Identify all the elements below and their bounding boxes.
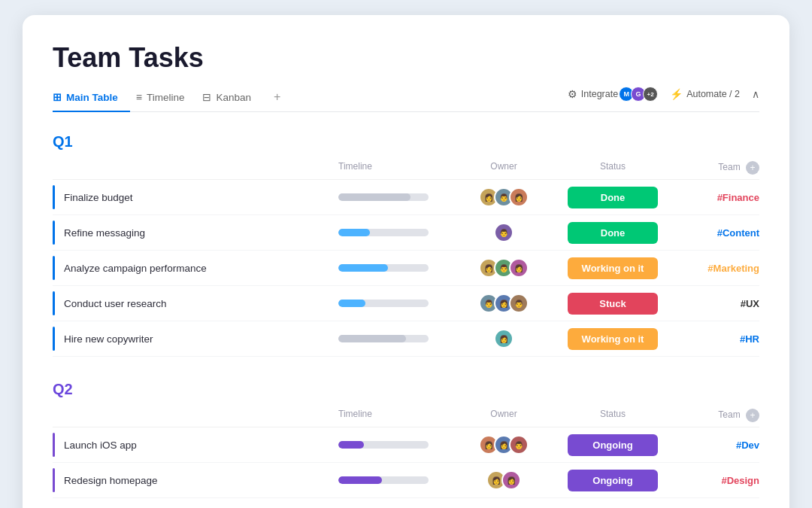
tab-kanban[interactable]: ⊟ Kanban — [202, 85, 263, 112]
q1-col-owner: Owner — [459, 161, 549, 175]
status-badge[interactable]: Stuck — [568, 293, 658, 315]
timeline-cell — [338, 300, 459, 307]
q1-col-status: Status — [549, 161, 677, 175]
page-title: Team Tasks — [53, 42, 759, 74]
tab-kanban-label: Kanban — [216, 92, 251, 103]
team-cell: #HR — [677, 333, 759, 345]
timeline-icon: ≡ — [136, 91, 142, 103]
table-row: Hire new copywriter 👩 Working on it #HR — [53, 321, 759, 357]
timeline-cell — [338, 264, 459, 272]
tab-timeline[interactable]: ≡ Timeline — [136, 85, 197, 112]
timeline-fill — [338, 335, 406, 342]
status-badge[interactable]: Working on it — [568, 328, 658, 350]
status-cell[interactable]: Ongoing — [549, 470, 677, 491]
table-row: Launch iOS app 👩 👩 👨 Ongoing #Dev — [53, 427, 759, 463]
timeline-cell — [338, 476, 459, 484]
table-row: Redesign homepage 👩 👩 Ongoing #Design — [53, 463, 759, 498]
task-bar — [53, 433, 55, 457]
owner-cell: 👩 — [459, 329, 549, 348]
q2-col-task — [62, 409, 338, 422]
timeline-track — [338, 335, 429, 342]
status-badge[interactable]: Done — [568, 222, 658, 244]
task-name: Refine messaging — [64, 227, 145, 239]
avatars: 👩 👩 — [486, 470, 521, 490]
kanban-icon: ⊟ — [202, 91, 211, 103]
tab-main-table-label: Main Table — [66, 92, 118, 103]
q1-table-header: Timeline Owner Status Team + — [53, 161, 759, 180]
timeline-track — [338, 300, 429, 307]
q2-col-team: Team + — [677, 409, 759, 422]
task-name: Redesign homepage — [64, 475, 158, 486]
tab-actions: ⚙ Integrate M G +2 ⚡ Automate / 2 ∧ — [568, 87, 759, 109]
task-name-cell: Launch iOS app — [53, 433, 338, 457]
owner-cell: 👨 👩 👨 — [459, 294, 549, 313]
q2-add-column[interactable]: + — [746, 409, 759, 422]
task-name: Finalize budget — [64, 192, 133, 203]
status-cell[interactable]: Ongoing — [549, 434, 677, 456]
timeline-fill — [338, 476, 382, 484]
team-cell: #Content — [677, 227, 759, 239]
team-cell: #Dev — [677, 440, 759, 451]
q2-col-owner: Owner — [459, 409, 549, 422]
avatars: 👨 👩 👨 — [479, 294, 529, 313]
tab-add[interactable]: + — [269, 84, 285, 111]
avatars: 👩 👨 👩 — [479, 258, 529, 278]
status-badge[interactable]: Ongoing — [568, 470, 658, 491]
timeline-fill — [338, 229, 370, 236]
owner-cell: 👩 👨 👩 — [459, 187, 549, 207]
tab-main-table[interactable]: ⊞ Main Table — [53, 85, 130, 112]
task-name: Analyze campaign performance — [64, 263, 207, 274]
team-cell: #Marketing — [677, 263, 759, 274]
task-bar — [53, 185, 55, 209]
timeline-cell — [338, 335, 459, 342]
timeline-cell — [338, 193, 459, 201]
task-bar — [53, 327, 55, 351]
status-badge[interactable]: Ongoing — [568, 434, 658, 456]
collapse-action[interactable]: ∧ — [752, 88, 759, 100]
section-q1: Q1 Timeline Owner Status Team + Finalize… — [53, 133, 759, 357]
timeline-fill — [338, 441, 364, 449]
team-cell: #UX — [677, 298, 759, 309]
timeline-track — [338, 229, 429, 236]
avatar: 👩 — [509, 187, 529, 207]
integrate-label: Integrate — [581, 89, 618, 99]
task-name: Conduct user research — [64, 298, 167, 309]
avatars: 👩 👩 👨 — [479, 435, 529, 455]
team-cell: #Design — [677, 475, 759, 486]
avatars: 👩 — [494, 329, 514, 348]
timeline-track — [338, 193, 429, 201]
timeline-cell — [338, 229, 459, 236]
task-name-cell: Refine messaging — [53, 221, 338, 245]
avatars: 👩 👨 👩 — [479, 187, 529, 207]
section-q2: Q2 Timeline Owner Status Team + Launch i… — [53, 381, 759, 498]
avatar: 👩 — [509, 258, 529, 278]
team-cell: #Finance — [677, 192, 759, 203]
integrate-av3: +2 — [643, 87, 658, 102]
q2-table-header: Timeline Owner Status Team + — [53, 409, 759, 427]
task-name-cell: Finalize budget — [53, 185, 338, 209]
table-row: Conduct user research 👨 👩 👨 Stuck #UX — [53, 286, 759, 321]
task-name-cell: Analyze campaign performance — [53, 256, 338, 280]
q1-col-task — [62, 161, 338, 175]
q2-col-status: Status — [549, 409, 677, 422]
status-badge[interactable]: Done — [568, 187, 658, 208]
status-cell[interactable]: Stuck — [549, 293, 677, 315]
integrate-action[interactable]: ⚙ Integrate M G +2 — [568, 87, 658, 102]
timeline-track — [338, 476, 429, 484]
avatar: 👨 — [509, 294, 529, 313]
owner-cell: 👩 👩 — [459, 470, 549, 490]
table-row: Refine messaging 👨 Done #Content — [53, 215, 759, 251]
integrate-avatars: M G +2 — [622, 87, 658, 102]
status-cell[interactable]: Working on it — [549, 257, 677, 279]
q1-add-column[interactable]: + — [746, 161, 759, 175]
status-cell[interactable]: Working on it — [549, 328, 677, 350]
owner-cell: 👩 👨 👩 — [459, 258, 549, 278]
automate-action[interactable]: ⚡ Automate / 2 — [670, 88, 740, 100]
status-cell[interactable]: Done — [549, 187, 677, 208]
timeline-fill — [338, 300, 365, 307]
q2-label: Q2 — [53, 381, 759, 398]
status-cell[interactable]: Done — [549, 222, 677, 244]
status-badge[interactable]: Working on it — [568, 257, 658, 279]
owner-cell: 👨 — [459, 223, 549, 242]
tab-timeline-label: Timeline — [147, 92, 185, 103]
